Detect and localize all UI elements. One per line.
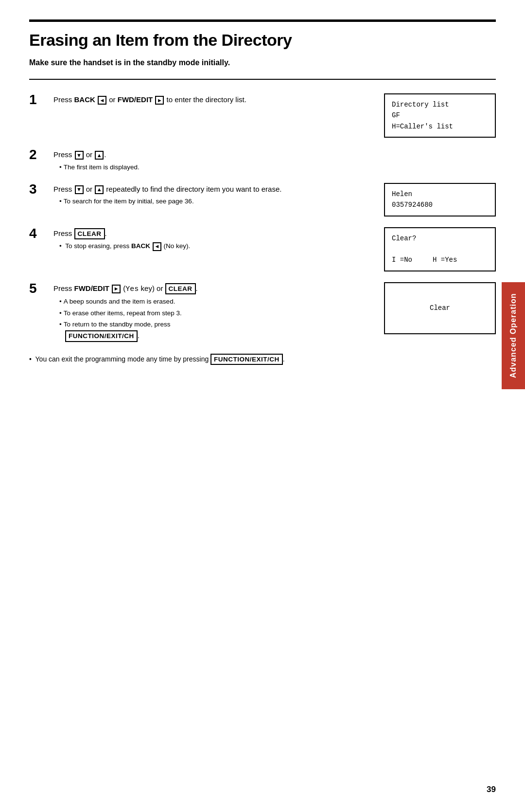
fwd-right-arrow-icon: ► [155, 96, 164, 105]
step-5-lcd-line-3 [392, 314, 488, 325]
step-5-function-key: FUNCTION/EXIT/CH. [53, 330, 365, 342]
step-5-lcd-line-1 [392, 292, 488, 303]
up-arrow-icon: ▲ [95, 151, 104, 160]
step-4-display: Clear? I =No H =Yes [384, 227, 496, 271]
clear-button-step5[interactable]: CLEAR [165, 283, 196, 295]
step-5-content: Press FWD/EDIT ► (Yes key) or CLEAR. A b… [53, 282, 365, 342]
sub-heading: Make sure the handset is in the standby … [29, 58, 496, 67]
step-3-down-icon: ▼ [75, 185, 84, 194]
step-2-main: Press ▼ or ▲. [53, 149, 365, 161]
step-5: 5 Press FWD/EDIT ► (Yes key) or CLEAR. A… [29, 282, 496, 342]
step-4-lcd: Clear? I =No H =Yes [384, 227, 496, 271]
fwd-edit-step5-icon: ► [112, 285, 121, 293]
step-4-left: 4 Press CLEAR. To stop erasing, press BA… [29, 227, 365, 252]
page-container: Erasing an Item from the Directory Make … [0, 0, 525, 812]
step-3-lcd: Helen 0357924680 [384, 183, 496, 217]
step-5-lcd: Clear [384, 282, 496, 334]
step-5-display: Clear [384, 282, 496, 334]
side-tab-label: Advanced Operation [509, 293, 518, 378]
page-number: 39 [487, 785, 496, 794]
step-1-content: Press BACK ◄ or FWD/EDIT ► to enter the … [53, 93, 365, 108]
page-title: Erasing an Item from the Directory [29, 31, 496, 50]
step-4-number: 4 [29, 226, 49, 241]
step-2-left: 2 Press ▼ or ▲. The first item is displa… [29, 148, 365, 172]
lcd-line-1: Directory list [392, 99, 488, 110]
step-3-lcd-line-2: 0357924680 [392, 199, 488, 210]
step-4-lcd-line-3: I =No H =Yes [392, 254, 488, 265]
step-5-number: 5 [29, 281, 49, 296]
yes-key-label: Yes [125, 285, 139, 293]
step-4: 4 Press CLEAR. To stop erasing, press BA… [29, 227, 496, 271]
step-3-lcd-line-1: Helen [392, 189, 488, 199]
top-rule [29, 19, 496, 22]
step-2-number: 2 [29, 147, 49, 162]
footer-text-after: . [283, 355, 285, 363]
step-3-content: Press ▼ or ▲ repeatedly to find the dire… [53, 183, 365, 207]
step-1-number: 1 [29, 92, 49, 108]
fwd-edit-step5-label: FWD/EDIT [74, 284, 110, 292]
step-3-up-icon: ▲ [95, 185, 104, 194]
step-4-lcd-line-2 [392, 244, 488, 254]
step-2-content: Press ▼ or ▲. The first item is displaye… [53, 148, 365, 172]
step-1: 1 Press BACK ◄ or FWD/EDIT ► to enter th… [29, 93, 496, 138]
step-5-lcd-line-2: Clear [392, 303, 488, 313]
section-rule [29, 79, 496, 80]
step-3: 3 Press ▼ or ▲ repeatedly to find the di… [29, 183, 496, 217]
step-4-main: Press CLEAR. [53, 228, 365, 240]
step-4-lcd-line-1: Clear? [392, 233, 488, 244]
fwd-edit-label: FWD/EDIT [118, 95, 153, 104]
back-arrow-step4-icon: ◄ [153, 242, 161, 251]
step-3-left: 3 Press ▼ or ▲ repeatedly to find the di… [29, 183, 365, 207]
step-5-bullet-2: To erase other items, repeat from step 3… [53, 308, 365, 318]
step-3-bullet-1: To search for the item by initial, see p… [53, 197, 365, 206]
step-5-header: 5 Press FWD/EDIT ► (Yes key) or CLEAR. A… [29, 282, 365, 342]
step-5-main: Press FWD/EDIT ► (Yes key) or CLEAR. [53, 283, 365, 295]
step-5-bullet-3: To return to the standby mode, press [53, 320, 365, 329]
back-label-step4: BACK [131, 242, 150, 250]
down-arrow-icon: ▼ [75, 151, 84, 160]
step-1-left: 1 Press BACK ◄ or FWD/EDIT ► to enter th… [29, 93, 365, 108]
function-exit-ch-footer-button[interactable]: FUNCTION/EXIT/CH [210, 354, 283, 365]
step-2-bullet-1: The first item is displayed. [53, 162, 365, 172]
step-3-header: 3 Press ▼ or ▲ repeatedly to find the di… [29, 183, 365, 207]
step-1-display: Directory list GF H=Caller's list [384, 93, 496, 138]
step-3-main: Press ▼ or ▲ repeatedly to find the dire… [53, 184, 365, 195]
lcd-line-3: H=Caller's list [392, 121, 488, 132]
step-2-header: 2 Press ▼ or ▲. The first item is displa… [29, 148, 365, 172]
step-3-display: Helen 0357924680 [384, 183, 496, 217]
step-1-main: Press BACK ◄ or FWD/EDIT ► to enter the … [53, 94, 365, 106]
step-4-content: Press CLEAR. To stop erasing, press BACK… [53, 227, 365, 252]
footer-bullet [29, 355, 34, 363]
step-5-left: 5 Press FWD/EDIT ► (Yes key) or CLEAR. A… [29, 282, 365, 342]
function-exit-ch-button-step5[interactable]: FUNCTION/EXIT/CH [65, 330, 138, 342]
back-left-arrow-icon: ◄ [98, 96, 106, 105]
footer-note: You can exit the programming mode any ti… [29, 354, 496, 365]
clear-button-step4[interactable]: CLEAR [74, 228, 105, 240]
back-label: BACK [74, 95, 95, 104]
step-2: 2 Press ▼ or ▲. The first item is displa… [29, 148, 496, 172]
step-3-number: 3 [29, 182, 49, 197]
step-4-bullet-1: To stop erasing, press BACK ◄ (No key). [53, 241, 365, 251]
step-5-bullet-1: A beep sounds and the item is erased. [53, 297, 365, 307]
side-tab-advanced-operation: Advanced Operation [502, 282, 525, 389]
step-1-lcd: Directory list GF H=Caller's list [384, 93, 496, 138]
step-4-header: 4 Press CLEAR. To stop erasing, press BA… [29, 227, 365, 252]
footer-text-before: You can exit the programming mode any ti… [35, 355, 211, 363]
step-1-header: 1 Press BACK ◄ or FWD/EDIT ► to enter th… [29, 93, 365, 108]
lcd-line-2: GF [392, 110, 488, 121]
